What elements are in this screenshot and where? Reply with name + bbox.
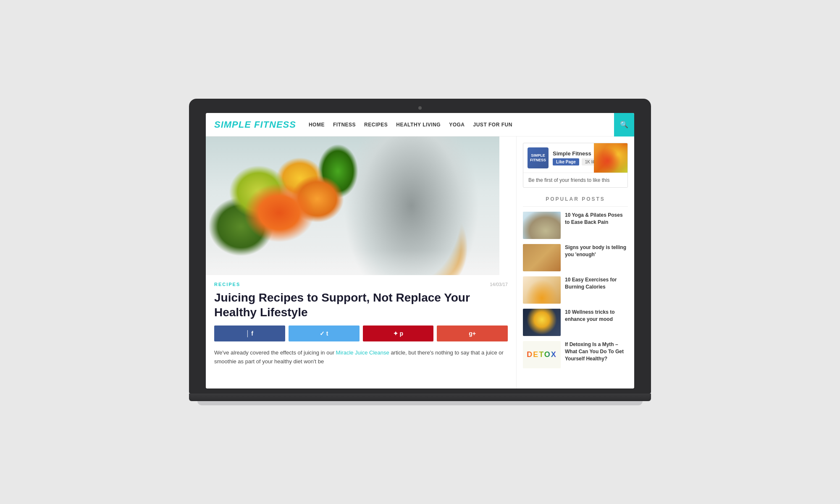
site-body: RECIPES 14/03/17 Juicing Recipes to Supp… xyxy=(206,136,634,388)
laptop-lid: SIMPLE FITNESS HOME FITNESS RECIPES HEAL… xyxy=(189,99,651,394)
popular-post-item[interactable]: 10 Yoga & Pilates Poses to Ease Back Pai… xyxy=(523,212,628,239)
article-body-start: We've already covered the effects of jui… xyxy=(214,349,336,356)
laptop-camera xyxy=(418,106,422,110)
article-title: Juicing Recipes to Support, Not Replace … xyxy=(214,290,508,320)
facebook-logo-box: SIMPLEFITNESS xyxy=(528,147,549,168)
post-thumbnail-yoga xyxy=(523,212,561,239)
nav-just-for-fun[interactable]: JUST FOR FUN xyxy=(473,122,512,128)
popular-post-title: If Detoxing Is a Myth – What Can You Do … xyxy=(565,341,628,362)
article-date: 14/03/17 xyxy=(490,282,508,287)
pinterest-icon: ✦ p xyxy=(393,330,403,337)
nav-healthy-living[interactable]: HEALTHY LIVING xyxy=(396,122,441,128)
popular-post-item[interactable]: 10 Wellness tricks to enhance your mood xyxy=(523,309,628,336)
nav-yoga[interactable]: YOGA xyxy=(449,122,465,128)
post-thumbnail-wellness xyxy=(523,309,561,336)
popular-posts-header: POPULAR POSTS xyxy=(523,196,628,207)
facebook-icon: │ f xyxy=(246,330,253,337)
post-thumbnail-dog xyxy=(523,244,561,271)
main-nav: HOME FITNESS RECIPES HEALTHY LIVING YOGA… xyxy=(309,122,614,128)
main-content: RECIPES 14/03/17 Juicing Recipes to Supp… xyxy=(206,136,517,388)
facebook-logo-text: SIMPLEFITNESS xyxy=(530,153,546,163)
popular-post-title: 10 Easy Exercises for Burning Calories xyxy=(565,276,628,291)
laptop-screen: SIMPLE FITNESS HOME FITNESS RECIPES HEAL… xyxy=(206,113,634,388)
popular-post-item[interactable]: If Detoxing Is a Myth – What Can You Do … xyxy=(523,341,628,368)
miracle-juice-cleanse-link[interactable]: Miracle Juice Cleanse xyxy=(336,349,389,356)
article-category[interactable]: RECIPES xyxy=(214,282,240,287)
nav-fitness[interactable]: FITNESS xyxy=(333,122,356,128)
facebook-cover-thumbnail xyxy=(594,143,627,173)
popular-post-item[interactable]: Signs your body is telling you 'enough' xyxy=(523,244,628,271)
article-body: We've already covered the effects of jui… xyxy=(214,348,508,366)
twitter-icon: ✓ t xyxy=(320,330,328,337)
article-hero-image xyxy=(206,136,499,275)
laptop-computer: SIMPLE FITNESS HOME FITNESS RECIPES HEAL… xyxy=(189,99,651,405)
site-header: SIMPLE FITNESS HOME FITNESS RECIPES HEAL… xyxy=(206,113,634,136)
article-meta: RECIPES 14/03/17 xyxy=(214,282,508,287)
facebook-share-button[interactable]: │ f xyxy=(214,326,285,341)
popular-post-item[interactable]: 10 Easy Exercises for Burning Calories xyxy=(523,276,628,304)
post-thumbnail-exercise xyxy=(523,276,561,304)
facebook-widget-footer: Be the first of your friends to like thi… xyxy=(523,173,627,187)
post-thumbnail-detox xyxy=(523,341,561,368)
popular-post-title: 10 Wellness tricks to enhance your mood xyxy=(565,309,628,323)
popular-post-title: Signs your body is telling you 'enough' xyxy=(565,244,628,258)
nav-recipes[interactable]: RECIPES xyxy=(364,122,388,128)
facebook-like-button[interactable]: Like Page xyxy=(553,158,579,165)
laptop-base xyxy=(189,394,651,401)
facebook-widget-header: SIMPLEFITNESS Simple Fitness Like Page 1… xyxy=(523,143,627,173)
search-icon: 🔍 xyxy=(620,121,628,129)
sidebar: SIMPLEFITNESS Simple Fitness Like Page 1… xyxy=(517,136,634,388)
site-logo: SIMPLE FITNESS xyxy=(214,119,296,130)
googleplus-share-button[interactable]: g+ xyxy=(437,326,508,341)
googleplus-icon: g+ xyxy=(469,330,476,337)
social-share-buttons: │ f ✓ t ✦ p g+ xyxy=(214,326,508,341)
facebook-widget: SIMPLEFITNESS Simple Fitness Like Page 1… xyxy=(523,143,628,188)
pinterest-share-button[interactable]: ✦ p xyxy=(363,326,434,341)
laptop-bottom xyxy=(197,401,643,405)
twitter-share-button[interactable]: ✓ t xyxy=(289,326,360,341)
search-button[interactable]: 🔍 xyxy=(614,113,634,136)
nav-home[interactable]: HOME xyxy=(309,122,325,128)
popular-post-title: 10 Yoga & Pilates Poses to Ease Back Pai… xyxy=(565,212,628,226)
popular-posts-section: POPULAR POSTS 10 Yoga & Pilates Poses to… xyxy=(523,196,628,368)
